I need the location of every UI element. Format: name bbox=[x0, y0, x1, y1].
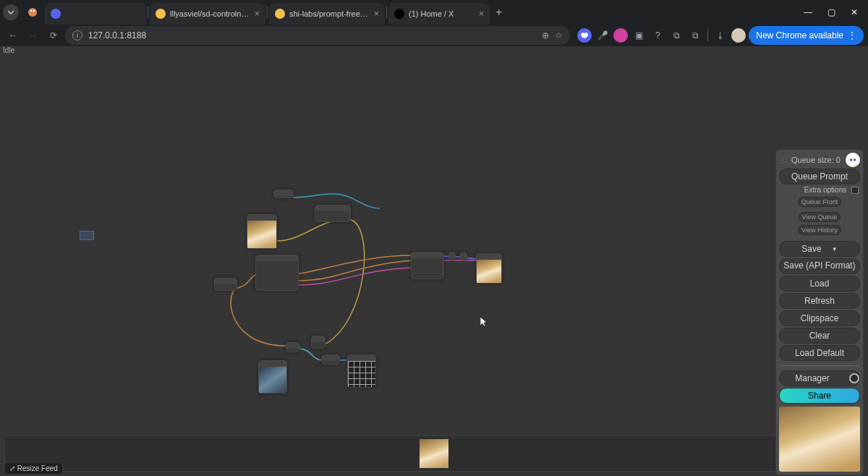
chrome-update-button[interactable]: New Chrome available ⋮ bbox=[749, 26, 864, 45]
extension-icon[interactable] bbox=[613, 28, 628, 43]
mic-icon[interactable]: 🎤 bbox=[595, 27, 610, 43]
tab-separator bbox=[148, 7, 148, 18]
svg-point-5 bbox=[850, 158, 853, 161]
chrome-update-label: New Chrome available bbox=[756, 30, 843, 41]
browser-tab-0[interactable] bbox=[45, 3, 146, 25]
control-panel[interactable]: ⋮⋮ Queue size: 0 Queue Prompt Extra opti… bbox=[775, 149, 864, 475]
panel-divider bbox=[779, 365, 860, 366]
svg-point-1 bbox=[30, 10, 32, 12]
manager-button[interactable]: Manager bbox=[779, 370, 860, 386]
feed-thumbnail[interactable] bbox=[420, 439, 448, 468]
close-button[interactable]: ✕ bbox=[845, 3, 864, 22]
selection-box[interactable] bbox=[80, 231, 94, 240]
browser-tab-1[interactable]: lllyasviel/sd-controlnet-s… × bbox=[150, 3, 265, 25]
reload-button[interactable]: ⟳ bbox=[45, 27, 62, 44]
clear-button[interactable]: Clear bbox=[779, 328, 860, 344]
comfyui-logo-icon bbox=[846, 153, 860, 167]
graph-node[interactable] bbox=[255, 255, 299, 291]
window-controls: — ▢ ✕ bbox=[799, 3, 868, 22]
svg-point-0 bbox=[28, 8, 37, 17]
site-info-icon[interactable]: i bbox=[72, 30, 82, 41]
node-wires bbox=[0, 56, 868, 434]
graph-node[interactable] bbox=[411, 252, 444, 279]
favicon-icon bbox=[394, 9, 404, 19]
extension-icon[interactable] bbox=[577, 28, 592, 43]
graph-node[interactable] bbox=[315, 205, 351, 222]
favicon-icon bbox=[51, 9, 61, 19]
extra-options-row: Extra options bbox=[779, 186, 859, 194]
svg-point-6 bbox=[854, 158, 856, 161]
tab-separator bbox=[386, 7, 387, 18]
favicon-icon bbox=[275, 9, 285, 19]
url-input[interactable]: i 127.0.0.1:8188 ⊕ ☆ bbox=[65, 26, 570, 45]
graph-node[interactable] bbox=[214, 278, 237, 291]
address-bar: ← → ⟳ i 127.0.0.1:8188 ⊕ ☆ 🎤 ▣ ? ⧉ ⧉ ⭳ N… bbox=[0, 25, 868, 46]
browser-tab-3[interactable]: (1) Home / X × bbox=[388, 3, 490, 25]
resize-feed-button[interactable]: ⤢ Resize Feed bbox=[4, 462, 63, 475]
status-text: Idle bbox=[3, 46, 14, 54]
queue-prompt-button[interactable]: Queue Prompt bbox=[779, 169, 860, 184]
tab-search-button[interactable] bbox=[3, 4, 19, 20]
cursor-icon bbox=[480, 317, 488, 327]
url-text: 127.0.0.1:8188 bbox=[88, 30, 146, 41]
share-button[interactable]: Share bbox=[779, 388, 860, 404]
graph-node[interactable] bbox=[286, 342, 300, 352]
dropdown-icon: ▼ bbox=[832, 246, 838, 252]
node-graph-canvas[interactable] bbox=[0, 56, 868, 434]
screenshot-icon[interactable]: ▣ bbox=[631, 27, 647, 43]
help-icon[interactable]: ? bbox=[650, 27, 665, 43]
new-tab-button[interactable]: + bbox=[495, 6, 502, 19]
resize-feed-label: ⤢ Resize Feed bbox=[9, 464, 58, 472]
clipspace-button[interactable]: Clipspace bbox=[779, 310, 860, 326]
menu-icon: ⋮ bbox=[848, 30, 856, 41]
save-api-button[interactable]: Save (API Format) bbox=[779, 258, 860, 274]
profile-avatar[interactable] bbox=[731, 28, 746, 43]
feed-bar[interactable] bbox=[4, 435, 864, 472]
downloads-icon[interactable]: ⭳ bbox=[712, 27, 728, 43]
browser-tab-2[interactable]: shi-labs/prompt-free-diffu… × bbox=[269, 3, 385, 25]
bookmark-icon[interactable]: ☆ bbox=[555, 30, 563, 41]
view-history-button[interactable]: View History bbox=[798, 225, 841, 235]
browser-titlebar: lllyasviel/sd-controlnet-s… × shi-labs/p… bbox=[0, 0, 868, 25]
panel-drag-handle[interactable]: ⋮⋮ bbox=[779, 156, 786, 164]
tab-separator bbox=[267, 7, 268, 18]
tab-title: shi-labs/prompt-free-diffu… bbox=[289, 9, 370, 18]
close-icon[interactable]: × bbox=[479, 9, 484, 19]
refresh-button[interactable]: Refresh bbox=[779, 293, 860, 309]
extensions-icon[interactable]: ⧉ bbox=[668, 27, 684, 43]
zoom-icon[interactable]: ⊕ bbox=[542, 30, 549, 41]
save-button[interactable]: Save▼ bbox=[779, 241, 860, 257]
graph-node[interactable] bbox=[273, 190, 294, 198]
favicon-icon bbox=[156, 9, 166, 19]
queue-size-label: Queue size: 0 bbox=[791, 156, 841, 164]
close-icon[interactable]: × bbox=[374, 9, 379, 19]
graph-node[interactable] bbox=[321, 354, 340, 365]
back-button[interactable]: ← bbox=[4, 27, 22, 44]
graph-node[interactable] bbox=[448, 252, 456, 260]
app-icon bbox=[25, 4, 41, 20]
graph-node-preview[interactable] bbox=[476, 253, 502, 284]
load-button[interactable]: Load bbox=[779, 276, 860, 292]
graph-node-image[interactable] bbox=[258, 360, 287, 394]
pip-icon[interactable]: ⧉ bbox=[687, 27, 703, 43]
panel-output-image[interactable] bbox=[779, 407, 860, 472]
view-queue-button[interactable]: View Queue bbox=[799, 212, 841, 222]
svg-point-4 bbox=[847, 154, 859, 166]
graph-node-image[interactable] bbox=[347, 354, 376, 388]
forward-button[interactable]: → bbox=[25, 27, 42, 44]
load-default-button[interactable]: Load Default bbox=[779, 345, 860, 361]
tab-title: (1) Home / X bbox=[409, 9, 475, 18]
manager-icon bbox=[849, 373, 859, 383]
graph-node-image[interactable] bbox=[247, 214, 277, 249]
graph-node[interactable] bbox=[460, 252, 467, 260]
graph-node[interactable] bbox=[311, 336, 326, 349]
minimize-button[interactable]: — bbox=[799, 3, 817, 22]
svg-point-2 bbox=[33, 10, 35, 12]
app-viewport: Idle bbox=[0, 46, 868, 476]
queue-front-button[interactable]: Queue Front bbox=[798, 197, 842, 207]
separator bbox=[707, 30, 708, 41]
tab-title: lllyasviel/sd-controlnet-s… bbox=[170, 9, 250, 18]
extra-options-checkbox[interactable] bbox=[851, 187, 859, 194]
close-icon[interactable]: × bbox=[255, 9, 260, 19]
maximize-button[interactable]: ▢ bbox=[822, 3, 841, 22]
